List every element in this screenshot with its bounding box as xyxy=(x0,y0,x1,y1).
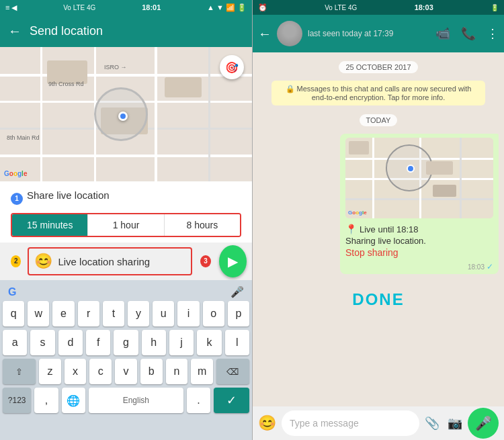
map-background: 9th Cross Rd ISRO → 8th Main Rd 🎯 Google xyxy=(0,47,252,181)
message-input[interactable] xyxy=(58,256,185,267)
share-section: 1 Share live location 15 minutes 1 hour … xyxy=(0,181,252,243)
compass-button[interactable]: 🎯 xyxy=(220,55,244,79)
g-logo-keyboard: G xyxy=(8,286,16,298)
left-status-left-icons: ≡ ◀ xyxy=(5,3,17,12)
key-a[interactable]: a xyxy=(3,330,27,355)
key-k[interactable]: k xyxy=(197,330,221,355)
duration-8hours[interactable]: 8 hours xyxy=(165,214,240,236)
video-call-icon[interactable]: 📹 xyxy=(435,26,450,41)
attachment-icon[interactable]: 📎 xyxy=(425,416,439,431)
key-c[interactable]: c xyxy=(89,359,112,384)
key-f[interactable]: f xyxy=(86,330,110,355)
key-y[interactable]: y xyxy=(128,301,149,326)
right-status-network: Vo LTE 4G xyxy=(325,4,357,11)
right-header: ← last seen today at 17:39 📹 📞 ⋮ xyxy=(253,15,504,52)
bubble-map: Google xyxy=(345,138,493,218)
shift-key[interactable]: ⇧ xyxy=(3,359,36,384)
key-s[interactable]: s xyxy=(30,330,54,355)
chat-back-button[interactable]: ← xyxy=(258,26,271,42)
done-key[interactable]: ✓ xyxy=(214,388,249,413)
duration-1hour[interactable]: 1 hour xyxy=(88,214,164,236)
delete-key[interactable]: ⌫ xyxy=(216,359,249,384)
duration-15min[interactable]: 15 minutes xyxy=(12,214,88,236)
right-status-bar: ⏰ Vo LTE 4G 18:03 🔋 xyxy=(253,0,504,15)
right-status-time: 18:03 xyxy=(415,3,433,11)
contact-avatar[interactable] xyxy=(277,21,302,46)
left-status-bar: ≡ ◀ Vo LTE 4G 18:01 ▲ ▼ 📶 🔋 xyxy=(0,0,252,15)
today-label: TODAY xyxy=(360,114,398,126)
share-title: Share live location xyxy=(27,189,110,201)
more-options-icon[interactable]: ⋮ xyxy=(487,26,499,41)
mic-icon: 🎤 xyxy=(475,415,492,431)
badge-2: 2 xyxy=(11,255,21,267)
key-j[interactable]: j xyxy=(169,330,194,355)
key-d[interactable]: d xyxy=(58,330,83,355)
keyboard-top-bar: G 🎤 xyxy=(1,283,251,301)
key-x[interactable]: x xyxy=(65,359,87,384)
keyboard-row-3: ⇧ z x c v b n m ⌫ xyxy=(1,359,251,384)
key-u[interactable]: u xyxy=(153,301,174,326)
voice-call-icon[interactable]: 📞 xyxy=(461,26,476,41)
key-e[interactable]: e xyxy=(52,301,74,326)
key-l[interactable]: l xyxy=(225,330,249,355)
mic-button[interactable]: 🎤 xyxy=(468,408,499,439)
send-icon: ▶ xyxy=(228,253,238,269)
key-r[interactable]: r xyxy=(78,301,99,326)
globe-key[interactable]: 🌐 xyxy=(62,388,85,413)
key-g[interactable]: g xyxy=(114,330,138,355)
chat-emoji-button[interactable]: 😊 xyxy=(258,414,276,432)
map-label-3: 8th Main Rd xyxy=(7,134,40,141)
left-header: ← Send location xyxy=(0,15,252,47)
period-key[interactable]: . xyxy=(187,388,210,413)
key-o[interactable]: o xyxy=(203,301,224,326)
camera-icon[interactable]: 📷 xyxy=(448,416,462,431)
avatar-image xyxy=(277,21,302,46)
key-w[interactable]: w xyxy=(28,301,49,326)
send-button[interactable]: ▶ xyxy=(219,245,247,277)
sharing-text: Sharing live location. xyxy=(345,236,493,246)
left-status-network: Vo LTE 4G xyxy=(63,4,95,11)
badge-1: 1 xyxy=(11,193,23,205)
map-view[interactable]: 9th Cross Rd ISRO → 8th Main Rd 🎯 Google xyxy=(0,47,252,181)
page-title: Send location xyxy=(30,24,103,38)
key-z[interactable]: z xyxy=(39,359,61,384)
right-battery: 🔋 xyxy=(491,4,499,11)
live-location-bubble: Google 📍 Live until 18:18 Sharing live l… xyxy=(340,134,499,274)
badge-3: 3 xyxy=(200,255,210,267)
emoji-button[interactable]: 😊 xyxy=(34,253,52,270)
key-p[interactable]: p xyxy=(228,301,249,326)
key-n[interactable]: n xyxy=(166,359,188,384)
chat-input-placeholder: Type a message xyxy=(290,418,359,429)
key-i[interactable]: i xyxy=(177,301,199,326)
right-panel: ⏰ Vo LTE 4G 18:03 🔋 ← last seen today at… xyxy=(253,0,504,440)
today-badge: TODAY xyxy=(258,114,499,126)
space-key[interactable]: English xyxy=(89,388,183,413)
mic-keyboard[interactable]: 🎤 xyxy=(230,285,244,298)
live-until-text: Live until 18:18 xyxy=(360,224,418,234)
time-label: 18:03 xyxy=(468,263,485,271)
contact-status: last seen today at 17:39 xyxy=(308,29,430,38)
message-input-row: 2 😊 3 ▶ xyxy=(0,243,252,280)
map-label-1: 9th Cross Rd xyxy=(48,81,84,87)
map-label-2: ISRO → xyxy=(104,64,127,71)
chat-input-icons: 📎 📷 xyxy=(425,416,462,431)
message-time: 18:03 ✓ xyxy=(345,262,493,271)
system-message[interactable]: 🔒 Messages to this chat and calls are no… xyxy=(271,81,485,105)
left-status-time: 18:01 xyxy=(142,3,161,11)
stop-sharing-button[interactable]: Stop sharing xyxy=(345,247,493,258)
date-label: 25 OCTOBER 2017 xyxy=(339,61,417,73)
key-b[interactable]: b xyxy=(140,359,163,384)
duration-options: 15 minutes 1 hour 8 hours xyxy=(11,213,241,237)
keyboard-row-2: a s d f g h j k l xyxy=(1,330,251,355)
fn-key[interactable]: ?123 xyxy=(3,388,31,413)
chat-input-field[interactable]: Type a message xyxy=(282,410,419,436)
key-t[interactable]: t xyxy=(103,301,124,326)
key-q[interactable]: q xyxy=(3,301,24,326)
key-v[interactable]: v xyxy=(115,359,137,384)
back-button[interactable]: ← xyxy=(8,24,22,39)
live-pin: 📍 Live until 18:18 xyxy=(345,224,493,234)
comma-key[interactable]: , xyxy=(34,388,58,413)
contact-info: last seen today at 17:39 xyxy=(308,29,430,38)
key-h[interactable]: h xyxy=(142,330,166,355)
key-m[interactable]: m xyxy=(191,359,213,384)
